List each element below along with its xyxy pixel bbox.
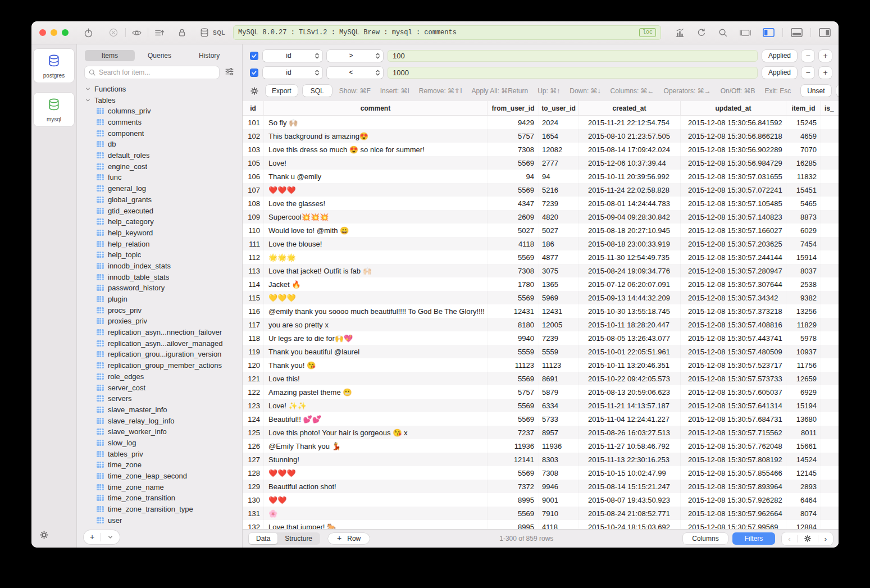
cell-to_user_id[interactable]: 5027 [539, 224, 579, 237]
cell-updated_at[interactable]: 2015-12-08 15:30:56.841592 [681, 116, 786, 129]
cell-comment[interactable]: Stunning! [264, 453, 488, 466]
cell-to_user_id[interactable]: 2024 [539, 116, 579, 129]
cell-created_at[interactable]: 2015-08-14 15:15:21.247 [579, 480, 681, 493]
filter-field-select[interactable]: id [263, 67, 322, 79]
table-row[interactable]: 105Love!556927772015-12-06 10:37:39.4420… [243, 156, 839, 170]
log-list-icon[interactable] [154, 28, 165, 38]
connection-mysql[interactable]: mysql [34, 93, 74, 126]
cell-created_at[interactable]: 2015-08-07 19:43:50.923 [579, 493, 681, 507]
cell-comment[interactable]: Love this photo! Your hair is gorgeous 😘… [264, 426, 488, 439]
filter-operator-select[interactable]: < [327, 67, 383, 79]
cell-comment[interactable]: Love this! [264, 372, 488, 385]
table-row[interactable]: 126@Emily Thank you 💃11936119362015-11-2… [243, 439, 839, 453]
table-row[interactable]: 102This background is amazing😍5757165420… [243, 129, 839, 143]
cell-from_user_id[interactable]: 94 [488, 170, 539, 183]
cell-item_id[interactable]: 15245 [786, 116, 821, 129]
cell-updated_at[interactable]: 2015-12-08 15:30:57.762048 [681, 439, 786, 453]
cell-from_user_id[interactable]: 5559 [488, 345, 539, 358]
sidebar-table-item[interactable]: help_relation [85, 238, 242, 249]
cell-created_at[interactable]: 2015-11-30 12:54:49.735 [579, 250, 681, 264]
cell-created_at[interactable]: 2015-10-11 13:20:46.351 [579, 358, 681, 372]
cell-created_at[interactable]: 2015-11-27 10:58:46.792 [579, 439, 681, 453]
cell-id[interactable]: 116 [243, 304, 264, 318]
cell-to_user_id[interactable]: 12082 [539, 143, 579, 156]
table-row[interactable]: 121Love this!556986912015-10-22 09:42:05… [243, 372, 839, 385]
minimize-window-button[interactable] [51, 29, 57, 36]
cell-is[interactable] [821, 399, 839, 412]
cell-id[interactable]: 107 [243, 183, 264, 197]
table-row[interactable]: 113Love that jacket! Outfit is fab 🙌🏻730… [243, 264, 839, 277]
cell-comment[interactable]: 💛💛💛 [264, 291, 488, 304]
cell-created_at[interactable]: 2015-07-12 06:20:07.091 [579, 277, 681, 291]
table-row[interactable]: 112🌟🌟🌟556948772015-11-30 12:54:49.735201… [243, 250, 839, 264]
table-row[interactable]: 118Ur legs are to die for🙌💖994072392015-… [243, 331, 839, 345]
sidebar-table-item[interactable]: help_keyword [85, 227, 242, 239]
sidebar-tab-queries[interactable]: Queries [135, 50, 185, 61]
cell-item_id[interactable]: 11829 [786, 318, 821, 331]
table-row[interactable]: 107❤️❤️❤️556952162015-11-24 22:02:58.828… [243, 183, 839, 197]
cell-item_id[interactable]: 12145 [786, 466, 821, 480]
remove-filter-button[interactable]: − [801, 67, 814, 79]
sidebar-table-item[interactable]: proxies_priv [85, 316, 242, 327]
cell-item_id[interactable]: 10937 [786, 345, 821, 358]
view-columns-icon[interactable] [739, 28, 751, 38]
toggle-bottom-panel-icon[interactable] [791, 28, 803, 38]
cell-updated_at[interactable]: 2015-12-08 15:30:57.031655 [681, 170, 786, 183]
cell-updated_at[interactable]: 2015-12-08 15:30:57.072241 [681, 183, 786, 197]
filter-field-select[interactable]: id [263, 50, 322, 62]
cell-comment[interactable]: So fly 🙌🏼 [264, 116, 488, 129]
cell-to_user_id[interactable]: 5733 [539, 412, 579, 426]
cell-updated_at[interactable]: 2015-12-08 15:30:57.855466 [681, 466, 786, 480]
cell-comment[interactable]: Love the glasses! [264, 197, 488, 210]
sidebar-table-item[interactable]: columns_priv [85, 106, 242, 117]
connection-postgres[interactable]: postgres [34, 49, 74, 83]
cell-comment[interactable]: Love this dress so much 😍 so nice for su… [264, 143, 488, 156]
cell-created_at[interactable]: 2015-11-21 14:13:57.187 [579, 399, 681, 412]
cell-from_user_id[interactable]: 5569 [488, 156, 539, 170]
cell-created_at[interactable]: 2015-08-24 21:08:52.771 [579, 507, 681, 520]
table-row[interactable]: 116@emily thank you soooo much beautiful… [243, 304, 839, 318]
cell-comment[interactable]: ❤️❤️❤️ [264, 466, 488, 480]
cell-is[interactable] [821, 291, 839, 304]
cell-created_at[interactable]: 2015-11-24 22:02:58.828 [579, 183, 681, 197]
unset-button[interactable]: Unset [801, 85, 831, 97]
lock-icon[interactable] [177, 28, 187, 38]
cell-item_id[interactable]: 2893 [786, 480, 821, 493]
sidebar-table-item[interactable]: time_zone_transition [85, 493, 242, 504]
cell-item_id[interactable]: 2538 [786, 277, 821, 291]
cell-from_user_id[interactable]: 11936 [488, 439, 539, 453]
cell-is[interactable] [821, 412, 839, 426]
column-header-comment[interactable]: comment [264, 101, 488, 115]
table-row[interactable]: 130❤️❤️899590012015-08-07 19:43:50.92320… [243, 493, 839, 507]
sidebar-table-item[interactable]: replication_asyn...nnection_failover [85, 327, 242, 338]
cell-updated_at[interactable]: 2015-12-08 15:30:57.34342 [681, 291, 786, 304]
cell-is[interactable] [821, 453, 839, 466]
cell-is[interactable] [821, 250, 839, 264]
sidebar-table-item[interactable]: replication_asyn...ailover_managed [85, 338, 242, 349]
cell-to_user_id[interactable]: 7239 [539, 197, 579, 210]
cell-id[interactable]: 124 [243, 412, 264, 426]
table-row[interactable]: 106Thank u @emily94942015-10-11 20:39:56… [243, 170, 839, 183]
connection-status-bar[interactable]: MySQL 8.0.27 : TLSv1.2 : MySQL Brew : my… [233, 25, 661, 40]
cell-id[interactable]: 113 [243, 264, 264, 277]
filter-value-input[interactable] [388, 67, 758, 79]
cell-updated_at[interactable]: 2015-12-08 15:30:57.523717 [681, 358, 786, 372]
cell-updated_at[interactable]: 2015-12-08 15:30:56.902289 [681, 143, 786, 156]
sidebar-table-item[interactable]: server_cost [85, 382, 242, 393]
table-row[interactable]: 123Love! ✨✨556963342015-11-21 14:13:57.1… [243, 399, 839, 412]
cell-item_id[interactable]: 11832 [786, 170, 821, 183]
cell-is[interactable] [821, 385, 839, 399]
cell-comment[interactable]: Thank you! 😘 [264, 358, 488, 372]
cell-created_at[interactable]: 2015-09-04 09:28:30.842 [579, 210, 681, 224]
export-button[interactable]: Export [266, 85, 298, 97]
tree-group-tables[interactable]: Tables [85, 94, 242, 106]
cell-updated_at[interactable]: 2015-12-08 15:30:57.443741 [681, 331, 786, 345]
cell-from_user_id[interactable]: 12431 [488, 304, 539, 318]
cell-updated_at[interactable]: 2015-12-08 15:30:57.480509 [681, 345, 786, 358]
filter-value-input[interactable] [388, 50, 758, 62]
cell-created_at[interactable]: 2015-10-22 09:42:05.573 [579, 372, 681, 385]
disconnect-icon[interactable] [108, 28, 119, 38]
search-input[interactable] [85, 66, 219, 79]
cell-updated_at[interactable]: 2015-12-08 15:30:57.244144 [681, 250, 786, 264]
database-icon[interactable] [199, 28, 209, 38]
